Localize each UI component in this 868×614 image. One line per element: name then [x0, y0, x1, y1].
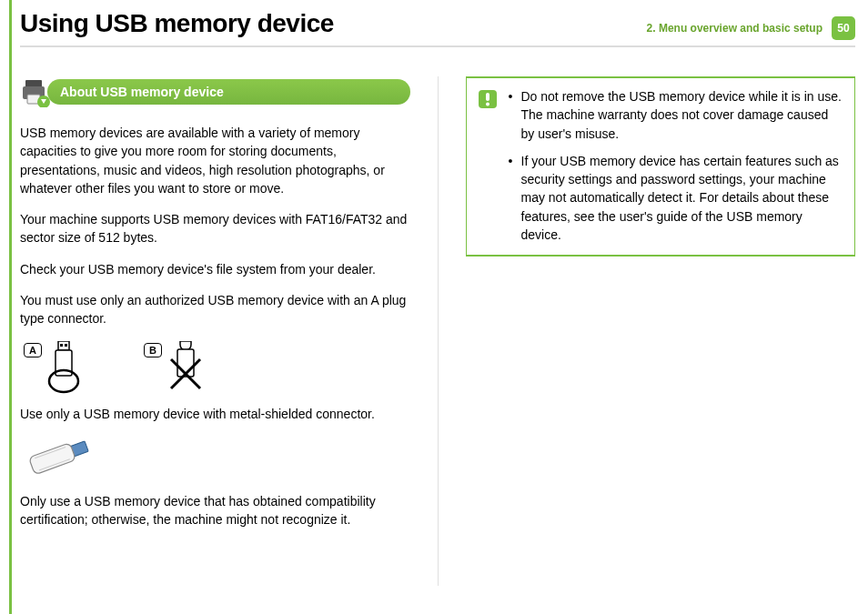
paragraph: Your machine supports USB memory devices… — [20, 210, 410, 247]
page-number-badge: 50 — [832, 16, 855, 40]
label-b-badge: B — [144, 343, 162, 357]
paragraph: Only use a USB memory device that has ob… — [20, 492, 410, 529]
svg-rect-4 — [58, 341, 69, 350]
caution-box: Do not remove the USB memory device whil… — [466, 76, 856, 257]
caution-exclamation-icon — [478, 89, 498, 109]
label-a-badge: A — [24, 343, 42, 357]
svg-rect-17 — [486, 93, 490, 101]
svg-rect-6 — [65, 344, 67, 347]
page-header: Using USB memory device 2. Menu overview… — [20, 9, 855, 47]
paragraph: USB memory devices are available with a … — [20, 124, 410, 197]
caution-item: Do not remove the USB memory device whil… — [509, 87, 843, 143]
usb-type-b-no-icon — [167, 341, 204, 396]
svg-rect-0 — [25, 80, 42, 87]
paragraph: You must use only an authorized USB memo… — [20, 291, 410, 328]
svg-rect-13 — [29, 443, 76, 475]
section-heading-bar: About USB memory device — [20, 76, 410, 107]
caution-item: If your USB memory device has certain fe… — [509, 152, 843, 244]
paragraph: Check your USB memory device's file syst… — [20, 260, 410, 278]
usb-stick-icon — [20, 436, 102, 481]
paragraph: Use only a USB memory device with metal-… — [20, 405, 410, 423]
usb-type-a-ok-icon — [47, 341, 80, 396]
column-divider — [438, 76, 439, 586]
page-title: Using USB memory device — [20, 9, 334, 38]
left-column: About USB memory device USB memory devic… — [20, 76, 410, 614]
section-heading: About USB memory device — [47, 79, 410, 105]
right-column: Do not remove the USB memory device whil… — [466, 76, 856, 614]
svg-point-18 — [486, 103, 490, 106]
svg-rect-5 — [60, 344, 63, 347]
usb-connector-diagram: A B — [24, 341, 410, 396]
breadcrumb: 2. Menu overview and basic setup — [647, 22, 823, 35]
printer-section-icon — [20, 76, 51, 107]
